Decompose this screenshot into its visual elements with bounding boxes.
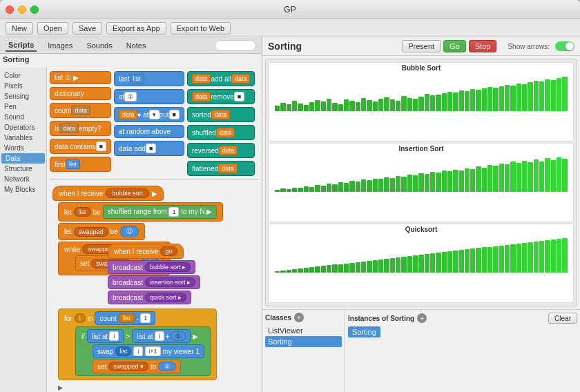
block-at-random[interactable]: at random above <box>114 125 184 138</box>
bar-chart-bubble <box>273 73 569 111</box>
chart-insertion-sort: Insertion Sort <box>269 143 574 222</box>
maximize-button[interactable] <box>30 6 39 14</box>
block-set-swapped2[interactable]: set swapped ▾ to ① <box>93 360 181 373</box>
block-for[interactable]: for i in count list - 1 if li <box>58 308 217 380</box>
block-at-put[interactable]: data ▾ at ▾ put ■ <box>114 107 184 122</box>
block-count[interactable]: count data <box>50 103 111 118</box>
block-first[interactable]: first list <box>50 157 111 172</box>
tab-images[interactable]: Images <box>45 40 75 51</box>
titlebar: GP <box>0 0 580 19</box>
stage-area: Bubble Sort Insertion Sort Quicksort <box>265 59 577 306</box>
instances-label: Instances of Sorting <box>348 315 414 322</box>
cat-variables[interactable]: Variables <box>0 133 46 143</box>
selected-instance[interactable]: Sorting <box>348 326 380 337</box>
class-sorting[interactable]: Sorting <box>265 336 342 347</box>
instances-header: Instances of Sorting + Clear <box>348 313 577 324</box>
traffic-lights <box>6 6 39 14</box>
block-contains[interactable]: data contains ■ <box>50 139 111 154</box>
scripts-area: Color Pixels Sensing Pen Sound Operators… <box>0 68 262 392</box>
instances-panel: Instances of Sorting + Clear Sorting <box>345 310 580 392</box>
category-list: Color Pixels Sensing Pen Sound Operators… <box>0 68 47 392</box>
cat-myblocks[interactable]: My Blocks <box>0 184 46 195</box>
bar-chart-insertion <box>273 154 569 192</box>
right-panel: Sorting Present Go Stop Show arrows: Bub… <box>262 37 580 392</box>
add-class-button[interactable]: + <box>294 313 304 322</box>
chart-quicksort-title: Quicksort <box>273 226 569 233</box>
block-data-add[interactable]: data add ■ <box>114 141 184 156</box>
blocks-palette: list ① ▶ dictionary count data is data e… <box>47 68 262 179</box>
block-at[interactable]: at ① <box>114 89 184 104</box>
right-top-bar: Sorting Present Go Stop Show arrows: <box>262 37 580 56</box>
stop-button[interactable]: Stop <box>469 40 497 52</box>
block-add-all[interactable]: data add all data <box>187 71 255 86</box>
chart-insertion-sort-title: Insertion Sort <box>273 145 569 153</box>
panel-tabs: Scripts Images Sounds Notes <box>0 37 262 54</box>
block-is-empty[interactable]: is data empty? <box>50 121 111 136</box>
classes-label: Classes <box>265 314 291 322</box>
add-instance-button[interactable]: + <box>417 313 427 323</box>
open-button[interactable]: Open <box>37 22 68 35</box>
cat-words[interactable]: Words <box>0 143 46 153</box>
cat-data[interactable]: Data <box>1 153 45 164</box>
block-broadcast-insertion[interactable]: broadcast insertion sort ▸ <box>108 275 200 289</box>
show-arrows-label: Show arrows: <box>508 43 550 50</box>
minimize-button[interactable] <box>18 6 26 14</box>
new-button[interactable]: New <box>6 22 33 35</box>
cat-operators[interactable]: Operators <box>0 122 46 133</box>
classes-panel: Classes + ListViewer Sorting <box>262 310 345 392</box>
search-input[interactable] <box>215 40 256 51</box>
cat-pen[interactable]: Pen <box>0 101 46 112</box>
palette-col-mid: last list at ① data ▾ at ▾ put ■ at rand… <box>114 70 184 177</box>
clear-button[interactable]: Clear <box>548 313 577 324</box>
block-dictionary[interactable]: dictionary <box>50 87 111 100</box>
block-sorted[interactable]: sorted data <box>187 107 255 122</box>
block-remove[interactable]: data remove ■ <box>187 89 255 104</box>
toolbar: New Open Save Export as App Export to We… <box>0 19 580 37</box>
cat-sound[interactable]: Sound <box>0 112 46 122</box>
bottom-panel: Classes + ListViewer Sorting Instances o… <box>262 309 580 392</box>
block-let-swapped[interactable]: let swapped be ⓪ <box>58 223 145 240</box>
tab-scripts[interactable]: Scripts <box>6 39 37 52</box>
go-button[interactable]: Go <box>443 40 466 52</box>
block-flattened[interactable]: flattened data <box>187 161 255 176</box>
script-container: when I receive bubble sort ▶ let list be… <box>52 186 223 392</box>
cat-network[interactable]: Network <box>0 174 46 184</box>
block-broadcast-bubble[interactable]: broadcast bubble sort ▸ <box>108 260 195 274</box>
main-window: GP New Open Save Export as App Export to… <box>0 0 580 392</box>
chart-quicksort: Quicksort <box>269 224 574 303</box>
block-list[interactable]: list ① ▶ <box>50 71 111 84</box>
cat-pixels[interactable]: Pixels <box>0 81 46 91</box>
block-shuffled[interactable]: shuffled data <box>187 125 255 140</box>
export-app-button[interactable]: Export as App <box>106 22 166 35</box>
palette-col-right: data add all data data remove ■ sorted d… <box>187 70 255 177</box>
block-reversed[interactable]: reversed data <box>187 143 255 158</box>
block-broadcast-quick[interactable]: broadcast quick sort ▸ <box>108 291 191 304</box>
hat-block-receive[interactable]: when I receive bubble sort ▶ <box>52 186 164 201</box>
stage-controls: Present Go Stop <box>402 40 496 52</box>
export-web-button[interactable]: Export to Web <box>171 22 231 35</box>
tab-notes[interactable]: Notes <box>124 40 149 51</box>
chart-bubble-sort: Bubble Sort <box>269 62 574 141</box>
block-last[interactable]: last list <box>114 71 184 86</box>
block-swap[interactable]: swap list i i+1 my viewer 1 <box>93 344 204 358</box>
stage-title: Sorting <box>268 41 302 52</box>
main-area: Scripts Images Sounds Notes Sorting Colo… <box>0 37 580 392</box>
tab-sounds[interactable]: Sounds <box>84 40 115 51</box>
save-button[interactable]: Save <box>72 22 102 35</box>
cat-sensing[interactable]: Sensing <box>0 91 46 101</box>
class-listviewer[interactable]: ListViewer <box>265 325 342 336</box>
show-arrows-toggle[interactable] <box>555 41 574 51</box>
palette-col-left: list ① ▶ dictionary count data is data e… <box>50 70 111 177</box>
window-title: GP <box>284 5 296 14</box>
present-button[interactable]: Present <box>402 40 441 52</box>
script-canvas: when I receive bubble sort ▶ let list be… <box>47 180 262 392</box>
cat-color[interactable]: Color <box>0 70 46 81</box>
block-let-list[interactable]: let list be shuffled range from 1 to my … <box>58 202 223 222</box>
block-receive-go[interactable]: when I receive go <box>108 244 184 259</box>
left-panel: Scripts Images Sounds Notes Sorting Colo… <box>0 37 262 392</box>
cat-structure[interactable]: Structure <box>0 164 46 174</box>
bar-chart-quick <box>273 235 569 273</box>
block-if[interactable]: if list at i > list at i + ① ▶ <box>75 326 211 376</box>
sorting-script-label: Sorting <box>0 54 262 65</box>
close-button[interactable] <box>6 6 14 14</box>
